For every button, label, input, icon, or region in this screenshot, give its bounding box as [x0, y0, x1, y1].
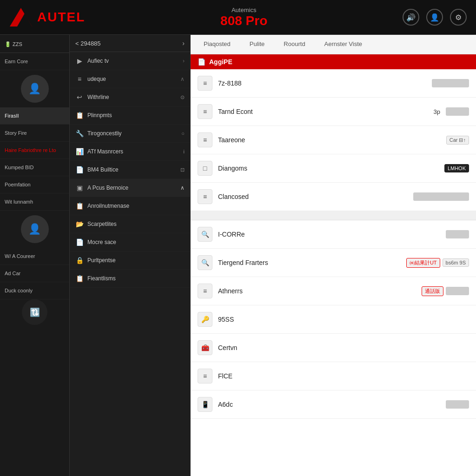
tab-aernster[interactable]: Aernster Viste	[316, 35, 370, 54]
plinnpmts-icon: 📋	[75, 112, 84, 119]
sidebar-item-story-fire[interactable]: Story Fire	[0, 125, 69, 142]
apcus-group-label: A Pcus Bernoice	[87, 185, 128, 191]
item-tiergend-btns: ㈱結果計UT bs6m 9S	[406, 258, 469, 268]
active-tab-icon: 📄	[198, 58, 205, 66]
bm4-label: BM4 Builtice	[87, 166, 119, 173]
list-item-a6dc[interactable]: 📱 A6dc	[191, 390, 476, 419]
header: AUTEL Autemics 808 Pro 🔊 👤 ⚙	[0, 0, 476, 35]
brand-name: AUTEL	[37, 10, 85, 25]
sidebar-item-firas[interactable]: FirasII	[0, 107, 69, 125]
sidebar-item-duck[interactable]: Duck coonly	[0, 282, 69, 299]
middle-item-scarpet[interactable]: 📂 Scarpetlites	[70, 215, 190, 233]
list-item-athnerrs[interactable]: ≡ Athnerrs 通話販	[191, 277, 476, 305]
content-spacer-1	[191, 211, 476, 220]
tabs-bar: Piaqosted Pulite Roourtd Aernster Viste	[191, 35, 476, 54]
item-tarnd-icon: ≡	[198, 104, 212, 119]
bm4-badge: ⊡	[180, 167, 185, 173]
middle-item-tirogon[interactable]: 🔧 Tirogoncestliy ○	[70, 125, 190, 143]
item-athnerrs-btns: 通話販	[422, 286, 469, 296]
item-tarnd-text: Tarnd Econt	[218, 108, 421, 115]
udeque-label: udeque	[87, 76, 106, 82]
sidebar-item-earn-core[interactable]: Earn Core	[0, 53, 69, 70]
middle-header-arrow-icon: ›	[182, 40, 185, 47]
sidebar-item-ad-car[interactable]: Ad Car	[0, 265, 69, 282]
item-taareone-badge: Car ⊟↑	[446, 136, 469, 145]
header-icons: 🔊 👤 ⚙	[403, 9, 467, 26]
logo-area: AUTEL	[9, 8, 85, 26]
middle-item-udeque[interactable]: ≡ udeque ∧	[70, 70, 190, 88]
udeque-icon: ≡	[75, 75, 84, 83]
tab-piaqosted[interactable]: Piaqosted	[195, 35, 239, 54]
list-item-icorre[interactable]: 🔍 I-CORRe	[191, 220, 476, 249]
list-item-flce[interactable]: ≡ FlCE	[191, 362, 476, 390]
middle-item-aufiec[interactable]: ▶ Aufiec tv ›	[70, 52, 190, 70]
item-a6dc-blurred	[446, 400, 469, 409]
left-sidebar: 🔋 ZZS Earn Core 👤 FirasII Story Fire Hai…	[0, 35, 70, 476]
list-item-tarnd[interactable]: ≡ Tarnd Econt 3p	[191, 98, 476, 126]
item-tiergend-icon: 🔍	[198, 255, 212, 270]
item-icorre-icon: 🔍	[198, 227, 212, 242]
middle-item-bm4[interactable]: 📄 BM4 Builtice ⊡	[70, 161, 190, 179]
middle-item-anroil[interactable]: 📋 Anroilnutmenase	[70, 197, 190, 215]
list-item-7z[interactable]: ≡ 7z-8188	[191, 69, 476, 98]
right-panel: Piaqosted Pulite Roourtd Aernster Viste …	[191, 35, 476, 476]
list-item-diangoms[interactable]: □ Diangoms LMHOK	[191, 154, 476, 183]
tab-pulite[interactable]: Pulite	[241, 35, 273, 54]
apcus-group-icon: ▣	[75, 184, 84, 192]
item-taareone-icon: ≡	[198, 132, 212, 147]
atf-icon: 📊	[75, 148, 84, 155]
aufiec-label: Aufiec tv	[87, 58, 109, 64]
sidebar-item-wa-coureer[interactable]: W/ A Coureer	[0, 248, 69, 265]
aufiec-icon: ▶	[75, 57, 84, 65]
content-list: ≡ 7z-8188 ≡ Tarnd Econt 3p ≡ Taareone Ca…	[191, 69, 476, 476]
sidebar-item-poemfation[interactable]: Poemfation	[0, 176, 69, 193]
item-tiergend-btn2[interactable]: bs6m 9S	[443, 258, 469, 267]
anroil-label: Anroilnutmenase	[87, 203, 129, 209]
middle-item-atf[interactable]: 📊 ATf Masnrcers i	[70, 143, 190, 161]
item-7z-text: 7z-8188	[218, 79, 426, 87]
tab-roourtd[interactable]: Roourtd	[275, 35, 313, 54]
tirogon-badge: ○	[181, 131, 185, 136]
sidebar-item-kumped[interactable]: Kumped BID	[0, 159, 69, 176]
device-title: 808 Pro	[85, 13, 403, 28]
sound-icon-btn[interactable]: 🔊	[403, 9, 419, 26]
list-item-clancosed[interactable]: ≡ Clancosed	[191, 183, 476, 211]
sidebar-top-info: 🔋 ZZS	[0, 35, 69, 53]
settings-icon-btn[interactable]: ⚙	[450, 9, 467, 26]
middle-header-text: < 294885	[75, 40, 101, 47]
middle-panel-header[interactable]: < 294885 ›	[70, 35, 190, 52]
tirogon-label: Tirogoncestliy	[87, 130, 122, 137]
item-athnerrs-blurred	[446, 287, 469, 295]
item-7z-value	[432, 79, 469, 87]
list-item-tiergend[interactable]: 🔍 Tiergend Frarters ㈱結果計UT bs6m 9S	[191, 249, 476, 277]
item-95ss-icon: 🔑	[198, 312, 212, 327]
tirogon-icon: 🔧	[75, 130, 84, 137]
list-item-taareone[interactable]: ≡ Taareone Car ⊟↑	[191, 126, 476, 154]
middle-item-purlt[interactable]: 🔒 Purltpentse	[70, 251, 190, 270]
middle-item-mocre[interactable]: 📄 Mocre sace	[70, 233, 190, 251]
mocre-label: Mocre sace	[87, 239, 116, 245]
item-a6dc-text: A6dc	[218, 401, 440, 408]
sidebar-item-wit[interactable]: Wit lunnamh	[0, 193, 69, 211]
list-item-certvn[interactable]: 🧰 Certvn	[191, 334, 476, 362]
item-tiergend-text: Tiergend Frarters	[218, 259, 401, 266]
sidebar-item-haire[interactable]: Haire Fabriothre re Lto	[0, 142, 69, 159]
item-diangoms-badge: LMHOK	[444, 164, 469, 172]
item-athnerrs-btn1[interactable]: 通話販	[422, 286, 443, 296]
anroil-icon: 📋	[75, 202, 84, 210]
header-center: Autemics 808 Pro	[85, 7, 403, 28]
logo-icon	[9, 8, 33, 26]
middle-item-withrline[interactable]: ↩ Withrline ⊙	[70, 88, 190, 106]
item-95ss-text: 95SS	[218, 316, 469, 323]
purlt-label: Purltpentse	[87, 257, 116, 264]
middle-item-plinnpmts[interactable]: 📋 Plinnpmts	[70, 106, 190, 125]
purlt-icon: 🔒	[75, 257, 84, 264]
item-tarnd-value: 3p	[426, 108, 440, 115]
user-icon-btn[interactable]: 👤	[426, 9, 443, 26]
item-certvn-icon: 🧰	[198, 340, 212, 355]
item-tiergend-btn1[interactable]: ㈱結果計UT	[406, 258, 440, 268]
udeque-chevron-icon: ∧	[180, 76, 185, 82]
fieant-icon: 📋	[75, 275, 84, 282]
list-item-95ss[interactable]: 🔑 95SS	[191, 305, 476, 334]
middle-item-fieant[interactable]: 📋 Fieantlisms	[70, 270, 190, 288]
